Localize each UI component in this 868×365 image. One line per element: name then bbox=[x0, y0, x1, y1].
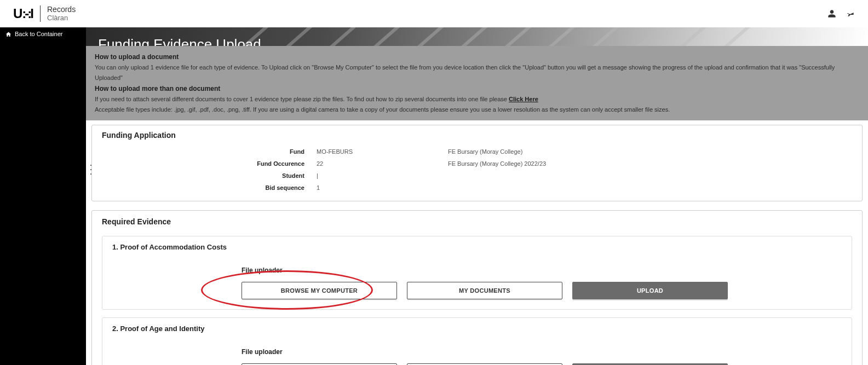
browse-my-computer-button[interactable]: BROWSE MY COMPUTER bbox=[242, 363, 397, 365]
uploader-label-1: File uploader bbox=[242, 266, 842, 274]
required-evidence-title: Required Evidence bbox=[92, 211, 862, 233]
evidence-2-title: 2. Proof of Age and Identity bbox=[112, 325, 842, 333]
value-bid-sequence: 1 bbox=[317, 184, 442, 191]
page-title-banner: Funding Evidence Upload bbox=[86, 27, 868, 46]
user-icon[interactable] bbox=[827, 9, 836, 18]
logo-text-top: Records bbox=[47, 5, 76, 14]
instructions-p2: If you need to attach several different … bbox=[95, 94, 859, 105]
uhi-logo: U:-:I bbox=[13, 6, 33, 21]
uploader-label-2: File uploader bbox=[242, 348, 842, 356]
logo-text: Records Clàran bbox=[47, 5, 76, 22]
pin-icon[interactable] bbox=[846, 9, 855, 18]
zip-help-link[interactable]: Click Here bbox=[509, 96, 538, 102]
my-documents-button[interactable]: MY DOCUMENTS bbox=[407, 363, 562, 365]
instructions-panel: How to upload a document You can only up… bbox=[86, 46, 868, 120]
sidebar: Back to Container bbox=[0, 27, 86, 365]
instructions-p1: You can only upload 1 evidence file for … bbox=[95, 62, 859, 83]
required-evidence-card: Required Evidence 1. Proof of Accommodat… bbox=[91, 210, 863, 365]
label-student: Student bbox=[103, 172, 311, 179]
desc-fund-occurence: FE Bursary (Moray College) 2022/23 bbox=[448, 160, 689, 167]
my-documents-button[interactable]: MY DOCUMENTS bbox=[407, 282, 562, 299]
back-to-container-link[interactable]: Back to Container bbox=[0, 27, 86, 40]
value-fund: MO-FEBURS bbox=[317, 148, 442, 155]
header-icons bbox=[827, 9, 855, 18]
evidence-item-2: 2. Proof of Age and Identity File upload… bbox=[102, 317, 852, 365]
back-label: Back to Container bbox=[15, 31, 62, 37]
logo-text-bottom: Clàran bbox=[47, 14, 76, 22]
browse-my-computer-button[interactable]: BROWSE MY COMPUTER bbox=[242, 282, 397, 299]
funding-application-card: Funding Application Fund MO-FEBURS FE Bu… bbox=[91, 125, 863, 201]
value-fund-occurence: 22 bbox=[317, 160, 442, 167]
uploader-row-1: BROWSE MY COMPUTER MY DOCUMENTS UPLOAD bbox=[242, 282, 842, 299]
label-fund: Fund bbox=[103, 148, 311, 155]
uploader-row-2: BROWSE MY COMPUTER MY DOCUMENTS UPLOAD bbox=[242, 363, 842, 365]
evidence-1-title: 1. Proof of Accommodation Costs bbox=[112, 243, 842, 251]
label-bid-sequence: Bid sequence bbox=[103, 184, 311, 191]
home-icon bbox=[5, 31, 12, 37]
logo-divider bbox=[40, 5, 41, 22]
label-fund-occurence: Fund Occurence bbox=[103, 160, 311, 167]
page-title: Funding Evidence Upload bbox=[98, 36, 856, 46]
instructions-p2-text: If you need to attach several different … bbox=[95, 96, 509, 102]
drag-handle-icon[interactable] bbox=[90, 163, 94, 176]
content-area: Funding Evidence Upload How to upload a … bbox=[86, 27, 868, 365]
funding-kv-grid: Fund MO-FEBURS FE Bursary (Moray College… bbox=[103, 148, 851, 191]
instructions-heading-2: How to upload more than one document bbox=[95, 83, 859, 94]
top-header: U:-:I Records Clàran bbox=[0, 0, 868, 27]
desc-fund: FE Bursary (Moray College) bbox=[448, 148, 689, 155]
upload-button[interactable]: UPLOAD bbox=[572, 282, 728, 299]
instructions-p3: Acceptable file types include: .jpg, .gi… bbox=[95, 105, 859, 115]
evidence-item-1: 1. Proof of Accommodation Costs File upl… bbox=[102, 236, 852, 310]
value-student: | bbox=[317, 172, 442, 179]
logo-block: U:-:I Records Clàran bbox=[13, 5, 76, 22]
upload-button[interactable]: UPLOAD bbox=[572, 363, 728, 365]
funding-card-title: Funding Application bbox=[92, 125, 862, 145]
instructions-heading-1: How to upload a document bbox=[95, 51, 859, 62]
